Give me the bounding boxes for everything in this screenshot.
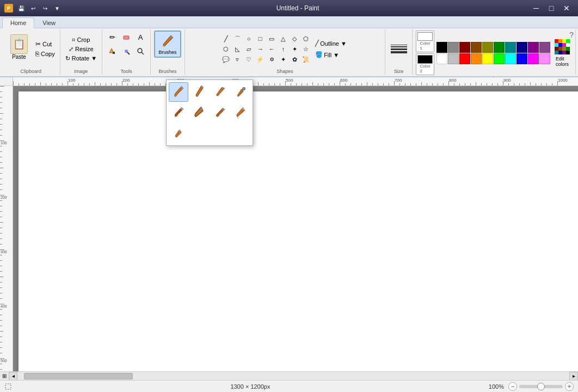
- save-button[interactable]: 💾: [16, 3, 26, 13]
- cut-button[interactable]: ✂ Cut: [34, 40, 57, 48]
- maximize-button[interactable]: □: [544, 3, 558, 14]
- outline-button[interactable]: ╱ Outline ▼: [312, 38, 349, 48]
- zoom-thumb[interactable]: [537, 383, 545, 390]
- fill-button[interactable]: 🪣 Fill ▼: [312, 50, 349, 60]
- color-swatch-4[interactable]: [482, 42, 493, 53]
- misc-shape[interactable]: ✿: [289, 54, 300, 64]
- color-swatch-10[interactable]: [436, 53, 447, 64]
- color1-selector[interactable]: Color1: [416, 30, 434, 52]
- crop-button[interactable]: ⌗ Crop: [70, 36, 91, 44]
- canvas[interactable]: [19, 91, 578, 371]
- callout2-shape[interactable]: ▿: [232, 54, 243, 64]
- brushes-button[interactable]: Brushes: [154, 30, 181, 58]
- size-button[interactable]: [390, 44, 408, 54]
- color-swatch-16[interactable]: [505, 53, 516, 64]
- callout-shape[interactable]: 💬: [220, 54, 231, 64]
- color-swatch-15[interactable]: [494, 53, 505, 64]
- scroll-thumb-h[interactable]: [24, 373, 133, 379]
- arrow-right-shape[interactable]: →: [255, 44, 266, 54]
- zoom-out-button[interactable]: −: [508, 382, 517, 391]
- color-swatch-3[interactable]: [471, 42, 482, 53]
- brush-item-1[interactable]: [169, 82, 188, 102]
- brush-item-3[interactable]: [210, 82, 230, 102]
- color-swatch-12[interactable]: [459, 53, 470, 64]
- color-swatch-9[interactable]: [539, 42, 550, 53]
- color-swatch-19[interactable]: [539, 53, 550, 64]
- status-left: [4, 383, 12, 390]
- color-swatch-18[interactable]: [528, 53, 539, 64]
- edit-colors-button[interactable]: Editcolors: [552, 38, 572, 68]
- color-swatch-6[interactable]: [505, 42, 516, 53]
- tab-view[interactable]: View: [34, 17, 64, 28]
- undo-button[interactable]: ↩: [28, 3, 38, 13]
- paste-button[interactable]: 📋 Paste: [5, 30, 33, 63]
- brush-item-5[interactable]: [169, 103, 188, 122]
- pentagon-shape[interactable]: ⬠: [300, 34, 311, 44]
- arrow-quad-shape[interactable]: ✦: [289, 44, 300, 54]
- lightning-shape[interactable]: ⚡: [255, 54, 266, 64]
- star-shape[interactable]: ☆: [300, 44, 311, 54]
- scroll-right-button[interactable]: ▸: [569, 372, 578, 381]
- tab-home[interactable]: Home: [2, 17, 34, 28]
- scroll-shape[interactable]: 📜: [300, 54, 311, 64]
- colorpicker-tool[interactable]: [120, 45, 133, 58]
- color-swatch-2[interactable]: [459, 42, 470, 53]
- rect-shape[interactable]: □: [255, 34, 266, 44]
- color-swatch-14[interactable]: [482, 53, 493, 64]
- brush-item-8[interactable]: [231, 103, 250, 122]
- scroll-left-button[interactable]: ◂: [9, 372, 17, 381]
- color-swatch-11[interactable]: [448, 53, 459, 64]
- selection-icon: [4, 383, 12, 390]
- curve-shape[interactable]: ⌒: [232, 34, 243, 44]
- arrow-left-shape[interactable]: ←: [266, 44, 277, 54]
- fill-tool[interactable]: [106, 45, 119, 58]
- copy-button[interactable]: ⎘ Copy: [34, 50, 57, 58]
- eraser-tool[interactable]: [120, 30, 133, 44]
- scrollbar-horizontal[interactable]: ⊞ ◂ ▸: [0, 371, 578, 380]
- triangle-shape[interactable]: △: [278, 34, 288, 44]
- oval-shape[interactable]: ○: [243, 34, 254, 44]
- color-swatch-0[interactable]: [436, 42, 447, 53]
- color-swatch-17[interactable]: [516, 53, 527, 64]
- edit-color-6: [562, 43, 566, 47]
- canvas-container[interactable]: [13, 86, 578, 371]
- parallelogram-shape[interactable]: ▱: [243, 44, 254, 54]
- color-swatch-5[interactable]: [494, 42, 505, 53]
- rounded-rect-shape[interactable]: ▭: [266, 34, 277, 44]
- brush-item-4[interactable]: [231, 82, 250, 102]
- star4-shape[interactable]: ✦: [278, 54, 288, 64]
- color-swatch-13[interactable]: [471, 53, 482, 64]
- help-button[interactable]: ?: [569, 30, 574, 39]
- right-triangle-shape[interactable]: ◺: [232, 44, 243, 54]
- line-shape[interactable]: ╱: [220, 34, 231, 44]
- edit-color-12: [555, 51, 558, 54]
- brush-item-9[interactable]: [169, 124, 188, 143]
- status-right: 100% − +: [489, 382, 574, 391]
- brush-item-6[interactable]: [189, 103, 209, 122]
- minimize-button[interactable]: ─: [529, 3, 543, 14]
- size-label: Size: [394, 68, 404, 74]
- zoom-in-button[interactable]: +: [565, 382, 574, 391]
- color-swatch-1[interactable]: [448, 42, 459, 53]
- magnifier-tool[interactable]: [134, 45, 147, 58]
- zoom-slider[interactable]: [519, 385, 563, 388]
- color-swatch-8[interactable]: [528, 42, 539, 53]
- brush-item-2[interactable]: [189, 82, 209, 102]
- star6-shape[interactable]: ✡: [266, 54, 277, 64]
- diamond-shape[interactable]: ◇: [289, 34, 300, 44]
- arrow-up-shape[interactable]: ↑: [278, 44, 288, 54]
- qa-dropdown[interactable]: ▼: [52, 3, 62, 13]
- hexagon-shape[interactable]: ⬡: [220, 44, 231, 54]
- heart-shape[interactable]: ♡: [243, 54, 254, 64]
- color-swatch-7[interactable]: [516, 42, 527, 53]
- resize-button[interactable]: ⤢ Resize: [67, 45, 95, 53]
- redo-button[interactable]: ↪: [40, 3, 50, 13]
- edit-color-0: [555, 39, 558, 43]
- close-button[interactable]: ✕: [559, 3, 574, 14]
- brush-item-7[interactable]: [210, 103, 230, 122]
- text-tool[interactable]: A: [134, 30, 147, 44]
- color2-selector[interactable]: Color2: [416, 53, 434, 75]
- rotate-button[interactable]: ↻ Rotate ▼: [64, 54, 99, 63]
- new-canvas-icon[interactable]: ⊞: [2, 373, 7, 379]
- pencil-tool[interactable]: ✏: [106, 30, 119, 44]
